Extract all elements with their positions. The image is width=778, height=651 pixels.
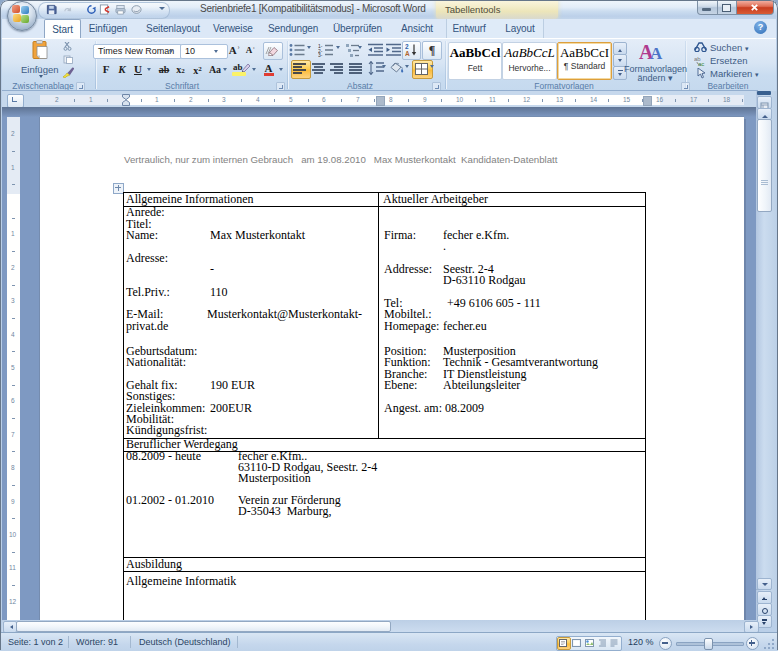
svg-text:2: 2 <box>405 43 409 50</box>
svg-text:3-: 3- <box>318 52 323 57</box>
svg-text:A: A <box>405 50 410 56</box>
svg-text:ac: ac <box>698 61 704 66</box>
